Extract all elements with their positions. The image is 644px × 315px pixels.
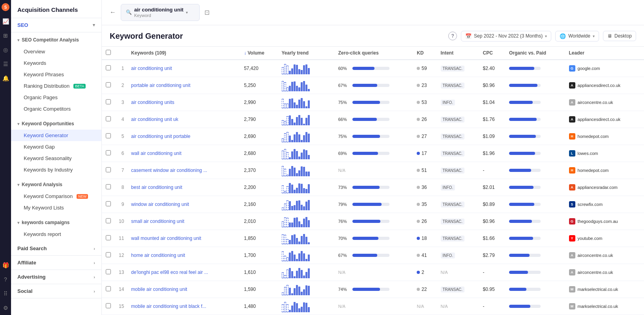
row-checkbox-cell[interactable] [102,213,115,230]
keyword-link[interactable]: air conditioning units [131,100,174,105]
row-checkbox[interactable] [106,269,111,274]
sidebar-seo-toggle[interactable]: SEO ▾ [11,18,101,32]
sidebar-item-keyword-seasonality[interactable]: Keyword Seasonality [11,153,101,164]
row-keyword[interactable]: air conditioning unit [127,60,240,77]
nav-icon-leaderboard[interactable]: ☰ [2,60,9,68]
row-checkbox[interactable] [106,82,111,87]
export-button[interactable]: ⊡ [204,9,210,16]
nav-icon-chart[interactable]: ◎ [2,46,9,54]
keyword-link[interactable]: air conditioning unit [131,66,172,71]
row-checkbox[interactable] [106,252,111,257]
keyword-search-pill[interactable]: 🔍 air conditioning unit Keyword ▾ [121,4,200,21]
sidebar-item-keywords-by-industry[interactable]: Keywords by Industry [11,164,101,175]
row-checkbox[interactable] [106,150,111,155]
sidebar-item-organic-competitors[interactable]: Organic Competitors [11,103,101,115]
row-checkbox-cell[interactable] [102,264,115,281]
row-checkbox-cell[interactable] [102,162,115,179]
sidebar-item-my-keyword-lists[interactable]: My Keyword Lists [11,202,101,213]
keyword-link[interactable]: wall mounted air conditioning unit [131,236,201,241]
row-checkbox-cell[interactable] [102,230,115,247]
header-volume[interactable]: ↓ Volume [240,47,277,60]
row-keyword[interactable]: wall air conditioning unit [127,145,240,162]
keyword-link[interactable]: best air conditioning unit [131,185,182,190]
sidebar-social[interactable]: Social › [11,284,101,298]
row-checkbox[interactable] [106,65,111,70]
row-keyword[interactable]: best air conditioning unit [127,179,240,196]
row-checkbox-cell[interactable] [102,196,115,213]
sidebar-item-keyword-phrases[interactable]: Keyword Phrases [11,69,101,80]
sidebar-item-keyword-gap[interactable]: Keyword Gap [11,141,101,153]
keyword-link[interactable]: mobile air conditioning unit black f... [131,304,206,309]
row-checkbox-cell[interactable] [102,111,115,128]
nav-icon-help[interactable]: ? [2,275,9,283]
row-keyword[interactable]: wall mounted air conditioning unit [127,230,240,247]
row-checkbox-cell[interactable] [102,128,115,145]
row-checkbox-cell[interactable] [102,247,115,264]
row-checkbox[interactable] [106,133,111,138]
nav-icon-grid[interactable]: ⠿ [2,290,9,298]
help-button[interactable]: ? [448,32,457,40]
section-header-keyword-analysis[interactable]: ▾ Keyword Analysis [11,179,101,191]
sidebar-item-keyword-generator[interactable]: Keyword Generator [11,130,101,141]
sidebar-item-keyword-comparison[interactable]: Keyword Comparison NEW [11,191,101,202]
row-checkbox[interactable] [106,167,111,172]
keyword-link[interactable]: casement window air conditioning ... [131,168,207,173]
row-checkbox[interactable] [106,184,111,189]
keyword-link[interactable]: portable air conditioning unit [131,83,190,88]
keyword-link[interactable]: air conditioning unit portable [131,134,190,139]
row-keyword[interactable]: air conditioning unit portable [127,128,240,145]
row-checkbox[interactable] [106,235,111,240]
row-checkbox[interactable] [106,116,111,121]
row-checkbox[interactable] [106,303,111,308]
date-picker[interactable]: 📅 Sep 2022 - Nov 2022 (3 Months) ▾ [461,31,551,41]
keyword-link[interactable]: small air conditioning unit [131,219,184,224]
back-button[interactable]: ← [110,9,116,16]
row-checkbox-cell[interactable] [102,281,115,298]
nav-icon-settings[interactable]: ⚙ [2,304,9,312]
header-keywords[interactable]: Keywords (109) [127,47,240,60]
row-checkbox[interactable] [106,99,111,104]
row-checkbox-cell[interactable] [102,77,115,94]
keyword-link[interactable]: home air conditioning unit [131,253,185,258]
sidebar-item-ranking-distribution[interactable]: Ranking Distribution BETA [11,80,101,92]
nav-icon-dashboard[interactable]: ⊞ [2,32,9,40]
sidebar-affiliate[interactable]: Affiliate › [11,256,101,270]
sidebar-item-keywords-report[interactable]: Keywords report [11,228,101,240]
row-checkbox[interactable] [106,286,111,291]
sidebar-paid-search[interactable]: Paid Search › [11,241,101,256]
row-keyword[interactable]: casement window air conditioning ... [127,162,240,179]
device-picker[interactable]: 🖥 Desktop [603,31,636,41]
row-keyword[interactable]: small air conditioning unit [127,213,240,230]
row-keyword[interactable]: air conditioning units [127,94,240,111]
row-checkbox-cell[interactable] [102,179,115,196]
row-keyword[interactable]: home air conditioning unit [127,247,240,264]
row-keyword[interactable]: window air conditioning unit [127,196,240,213]
row-keyword[interactable]: mobile air conditioning unit [127,281,240,298]
row-checkbox[interactable] [106,218,111,223]
sidebar-item-overview[interactable]: Overview [11,46,101,57]
keyword-link[interactable]: wall air conditioning unit [131,151,181,156]
select-all-checkbox[interactable] [106,50,111,55]
section-header-keyword-opportunities[interactable]: ▾ Keyword Opportunities [11,118,101,130]
sidebar-item-organic-pages[interactable]: Organic Pages [11,92,101,103]
keyword-link[interactable]: mobile air conditioning unit [131,287,187,292]
row-checkbox-cell[interactable] [102,60,115,77]
row-keyword[interactable]: mobile air conditioning unit black f... [127,298,240,315]
keyword-link[interactable]: air conditioning unit uk [131,117,178,122]
location-picker[interactable]: 🌐 Worldwide ▾ [555,31,599,41]
keyword-link[interactable]: de'longhi pac el98 eco real feel air ... [131,270,208,275]
row-checkbox[interactable] [106,201,111,206]
row-keyword[interactable]: de'longhi pac el98 eco real feel air ... [127,264,240,281]
sidebar-advertising[interactable]: Advertising › [11,270,101,284]
section-header-keywords-campaigns[interactable]: ▾ keywords campaigns [11,217,101,228]
nav-icon-seo[interactable]: 📈 [2,17,9,25]
row-checkbox-cell[interactable] [102,298,115,315]
row-keyword[interactable]: air conditioning unit uk [127,111,240,128]
section-header-seo-competitor[interactable]: ▾ SEO Competitor Analysis [11,34,101,46]
row-keyword[interactable]: portable air conditioning unit [127,77,240,94]
row-checkbox-cell[interactable] [102,94,115,111]
keyword-link[interactable]: window air conditioning unit [131,202,189,207]
sidebar-item-keywords[interactable]: Keywords [11,57,101,69]
nav-icon-gift[interactable]: 🎁 [2,261,9,269]
row-checkbox-cell[interactable] [102,145,115,162]
